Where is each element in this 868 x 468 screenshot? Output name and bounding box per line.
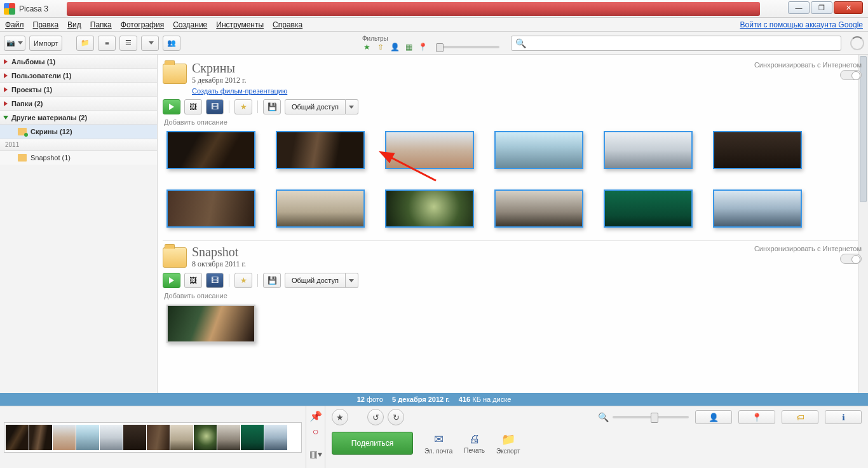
places-panel-button[interactable]: 📍 (738, 410, 775, 424)
tray-thumbnail[interactable] (100, 425, 123, 450)
filter-person-icon[interactable]: 👤 (390, 43, 399, 52)
menu-tools[interactable]: Инструменты (216, 20, 264, 29)
people-panel-button[interactable]: 👤 (695, 410, 732, 424)
info-panel-button[interactable]: ℹ (825, 410, 862, 424)
zoom-control: 🔍 (598, 412, 689, 422)
tray-thumbnail[interactable] (53, 425, 76, 450)
share-dropdown-button[interactable] (346, 273, 358, 288)
save-button[interactable]: 💾 (263, 273, 281, 288)
tags-panel-button[interactable]: 🏷 (782, 410, 818, 424)
folder-title[interactable]: Snapshot (192, 245, 246, 259)
add-description[interactable]: Добавить описание (164, 292, 863, 299)
sidebar-section-projects[interactable]: Проекты (1) (0, 83, 157, 97)
import-button[interactable]: Импорт (29, 36, 62, 51)
folder-title[interactable]: Скрины (192, 61, 287, 76)
filter-star-icon[interactable]: ★ (362, 43, 371, 52)
menu-photo[interactable]: Фотография (121, 20, 164, 29)
view-tree-button[interactable]: ☰ (119, 36, 137, 51)
view-options-button[interactable] (141, 36, 159, 51)
print-button[interactable]: 🖨Печать (464, 432, 485, 454)
create-slideshow-link[interactable]: Создать фильм-презентацию (192, 87, 287, 95)
export-button[interactable]: 📁Экспорт (496, 432, 520, 455)
people-view-button[interactable]: 👥 (163, 36, 180, 51)
star-round-button[interactable]: ★ (332, 409, 348, 425)
close-button[interactable]: ✕ (834, 1, 863, 14)
content-scrollbar[interactable] (858, 55, 868, 393)
thumbnail[interactable] (166, 305, 255, 343)
maximize-button[interactable]: ❐ (811, 1, 832, 14)
menu-view[interactable]: Вид (67, 20, 81, 29)
rotate-left-button[interactable]: ↺ (367, 409, 384, 425)
tray-thumbnail[interactable] (241, 425, 264, 450)
filter-movie-icon[interactable]: ▦ (404, 43, 413, 52)
sidebar-section-other[interactable]: Другие материалы (2) (0, 111, 157, 125)
share-button[interactable]: Общий доступ (285, 273, 346, 288)
tray-menu-button[interactable]: ▥▾ (309, 449, 322, 459)
star-button[interactable]: ★ (234, 99, 252, 114)
thumbnail[interactable] (494, 189, 583, 228)
share-dropdown-button[interactable] (346, 99, 358, 114)
sidebar-section-albums[interactable]: Альбомы (1) (0, 55, 157, 69)
view-list-button[interactable]: ≡ (98, 36, 116, 51)
star-button[interactable]: ★ (234, 273, 252, 288)
play-slideshow-button[interactable] (163, 273, 180, 288)
selection-tray[interactable] (4, 422, 302, 453)
collage-button[interactable]: 🖼 (184, 273, 202, 288)
tray-thumbnail[interactable] (170, 425, 193, 450)
folder-date: 8 октября 2011 г. (192, 259, 246, 269)
thumbnail[interactable] (166, 131, 255, 169)
tray-thumbnail[interactable] (264, 425, 287, 450)
thumbnail[interactable] (385, 189, 474, 228)
thumbnail[interactable] (494, 131, 583, 169)
sidebar-section-users[interactable]: Пользователи (1) (0, 69, 157, 83)
menu-folder[interactable]: Папка (90, 20, 112, 29)
sidebar-item-snapshot[interactable]: Snapshot (1) (0, 151, 157, 165)
menu-edit[interactable]: Правка (33, 20, 59, 29)
minimize-button[interactable]: — (788, 1, 810, 14)
sidebar-item-skriny[interactable]: Скрины (12) (0, 125, 157, 139)
thumbnail[interactable] (276, 131, 365, 169)
clear-tray-icon[interactable]: ○ (313, 426, 319, 437)
thumbnail[interactable] (713, 189, 802, 228)
share-button[interactable]: Общий доступ (285, 99, 346, 114)
folder-date: 5 декабря 2012 г. (192, 76, 287, 85)
filter-upload-icon[interactable]: ⇧ (376, 43, 385, 52)
big-share-button[interactable]: Поделиться (332, 432, 413, 455)
play-slideshow-button[interactable] (163, 99, 180, 114)
sync-toggle[interactable] (840, 254, 862, 264)
filter-date-slider[interactable] (436, 46, 499, 48)
tray-thumbnail[interactable] (194, 425, 217, 450)
tray-thumbnail[interactable] (147, 425, 170, 450)
rotate-right-button[interactable]: ↻ (388, 409, 404, 425)
tray-thumbnail[interactable] (6, 425, 29, 450)
thumbnail[interactable] (604, 189, 693, 228)
zoom-slider[interactable] (613, 416, 689, 418)
pin-tray-icon[interactable]: 📌 (309, 410, 322, 422)
import-device-button[interactable]: 📷 (4, 36, 25, 51)
menu-create[interactable]: Создание (173, 20, 207, 29)
collage-button[interactable]: 🖼 (184, 99, 202, 114)
sign-in-link[interactable]: Войти с помощью аккаунта Google (740, 20, 863, 29)
thumbnail[interactable] (166, 189, 255, 228)
menu-help[interactable]: Справка (273, 20, 302, 29)
folder-icon (18, 154, 27, 162)
movie-button[interactable]: 🎞 (206, 99, 224, 114)
menu-file[interactable]: Файл (5, 20, 24, 29)
tray-thumbnail[interactable] (217, 425, 240, 450)
save-button[interactable]: 💾 (263, 99, 281, 114)
search-input[interactable]: 🔍 (511, 36, 841, 51)
movie-button[interactable]: 🎞 (206, 273, 224, 288)
tray-thumbnail[interactable] (29, 425, 52, 450)
add-description[interactable]: Добавить описание (164, 118, 863, 126)
thumbnail[interactable] (276, 189, 365, 228)
tray-thumbnail[interactable] (123, 425, 146, 450)
email-button[interactable]: ✉Эл. почта (424, 432, 452, 455)
sidebar-section-folders[interactable]: Папки (2) (0, 97, 157, 111)
thumbnail[interactable] (713, 131, 802, 169)
new-album-button[interactable]: 📁 (76, 36, 94, 51)
tray-thumbnail[interactable] (76, 425, 99, 450)
filter-geo-icon[interactable]: 📍 (418, 43, 427, 52)
thumbnail[interactable] (604, 131, 693, 169)
thumbnail[interactable] (385, 131, 474, 169)
sync-toggle[interactable] (840, 70, 862, 80)
